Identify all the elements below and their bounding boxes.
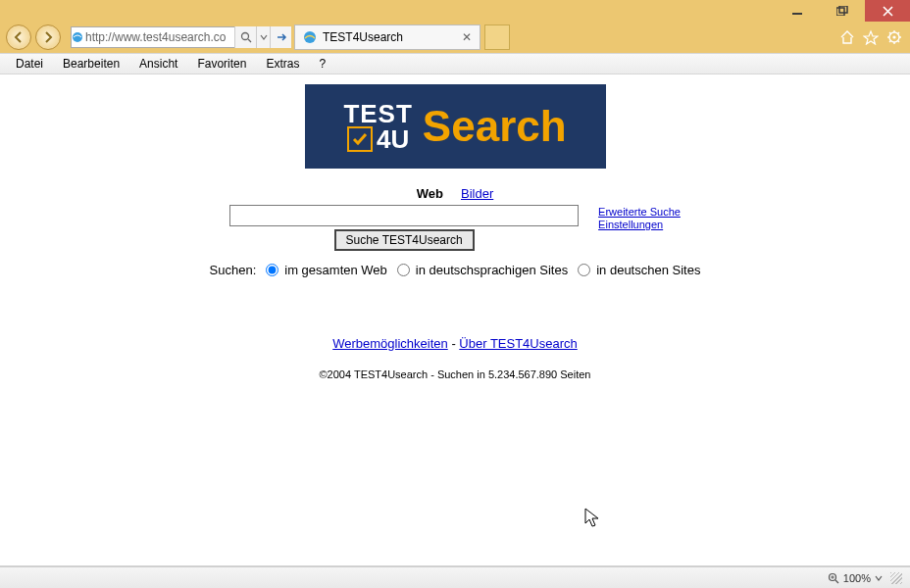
- scope-label-all[interactable]: im gesamten Web: [284, 263, 387, 277]
- menu-bar: Datei Bearbeiten Ansicht Favoriten Extra…: [0, 53, 910, 74]
- zoom-value: 100%: [843, 572, 871, 584]
- logo-check-icon: [347, 126, 373, 152]
- ads-link[interactable]: Werbemöglichkeiten: [332, 336, 448, 351]
- svg-line-14: [898, 41, 900, 43]
- logo-text-search: Search: [423, 102, 567, 151]
- page-viewport: TEST 4U Search Web Bilder Suche TEST4Use…: [0, 74, 910, 566]
- forward-button[interactable]: [35, 24, 61, 50]
- browser-tab[interactable]: TEST4Usearch ✕: [294, 24, 480, 50]
- tab-close-icon[interactable]: ✕: [462, 30, 472, 44]
- svg-point-4: [241, 33, 248, 40]
- svg-line-18: [835, 580, 838, 583]
- scope-radio-all[interactable]: [266, 264, 278, 276]
- menu-ansicht[interactable]: Ansicht: [129, 55, 187, 73]
- footer-links: Werbemöglichkeiten - Über TEST4Usearch: [332, 336, 578, 351]
- status-bar: 100%: [0, 566, 910, 588]
- scope-label: Suchen:: [210, 263, 257, 277]
- logo-text-test: TEST: [343, 101, 412, 126]
- svg-rect-0: [792, 13, 802, 15]
- url-input[interactable]: [83, 27, 234, 47]
- scope-radio-lang[interactable]: [397, 264, 410, 276]
- menu-datei[interactable]: Datei: [6, 55, 53, 73]
- resize-grip[interactable]: [890, 572, 902, 584]
- scope-radio-country[interactable]: [578, 264, 590, 276]
- tab-title: TEST4Usearch: [323, 30, 456, 44]
- search-dropdown-icon[interactable]: [256, 26, 270, 48]
- svg-line-13: [889, 32, 891, 34]
- minimize-button[interactable]: [775, 0, 820, 22]
- about-link[interactable]: Über TEST4Usearch: [459, 336, 577, 351]
- svg-rect-2: [839, 6, 847, 13]
- search-scope-radios: Suchen: im gesamten Web in deutschsprach…: [210, 263, 701, 277]
- ie-favicon-icon: [303, 30, 317, 44]
- menu-extras[interactable]: Extras: [256, 55, 309, 73]
- zoom-icon: [828, 572, 839, 584]
- search-button-icon[interactable]: [234, 26, 256, 48]
- zoom-dropdown-icon[interactable]: [875, 574, 883, 582]
- favorites-icon[interactable]: [861, 29, 881, 45]
- home-icon[interactable]: [837, 29, 857, 45]
- svg-line-16: [898, 32, 900, 34]
- search-category-tabs: Web Bilder: [417, 186, 494, 201]
- close-button[interactable]: [865, 0, 910, 22]
- site-logo: TEST 4U Search: [305, 84, 606, 169]
- svg-line-15: [889, 41, 891, 43]
- copyright-text: ©2004 TEST4Usearch - Suchen in 5.234.567…: [320, 368, 591, 380]
- zoom-control[interactable]: 100%: [828, 572, 883, 584]
- menu-favoriten[interactable]: Favoriten: [187, 55, 256, 73]
- scope-label-lang[interactable]: in deutschsprachigen Sites: [416, 263, 568, 277]
- tools-icon[interactable]: [885, 29, 904, 45]
- logo-text-4u: 4U: [377, 126, 409, 152]
- tab-images[interactable]: Bilder: [461, 186, 493, 201]
- advanced-search-link[interactable]: Erweiterte Suche: [598, 206, 681, 219]
- maximize-button[interactable]: [820, 0, 865, 22]
- address-bar[interactable]: [71, 26, 286, 48]
- svg-rect-1: [836, 8, 844, 16]
- browser-toolbar: TEST4Usearch ✕: [0, 22, 910, 53]
- menu-bearbeiten[interactable]: Bearbeiten: [53, 55, 129, 73]
- refresh-go-button[interactable]: [270, 26, 291, 48]
- ie-page-icon: [72, 31, 83, 43]
- tab-web[interactable]: Web: [417, 186, 443, 201]
- menu-help[interactable]: ?: [309, 55, 335, 73]
- search-input[interactable]: [229, 205, 579, 226]
- new-tab-button[interactable]: [484, 24, 510, 50]
- search-side-links: Erweiterte Suche Einstellungen: [598, 206, 681, 231]
- back-button[interactable]: [6, 24, 31, 50]
- window-titlebar: [0, 0, 910, 22]
- svg-point-8: [892, 35, 895, 38]
- search-submit-button[interactable]: Suche TEST4Usearch: [334, 229, 475, 251]
- settings-link[interactable]: Einstellungen: [598, 219, 681, 231]
- svg-line-5: [248, 39, 251, 42]
- scope-label-country[interactable]: in deutschen Sites: [596, 263, 700, 277]
